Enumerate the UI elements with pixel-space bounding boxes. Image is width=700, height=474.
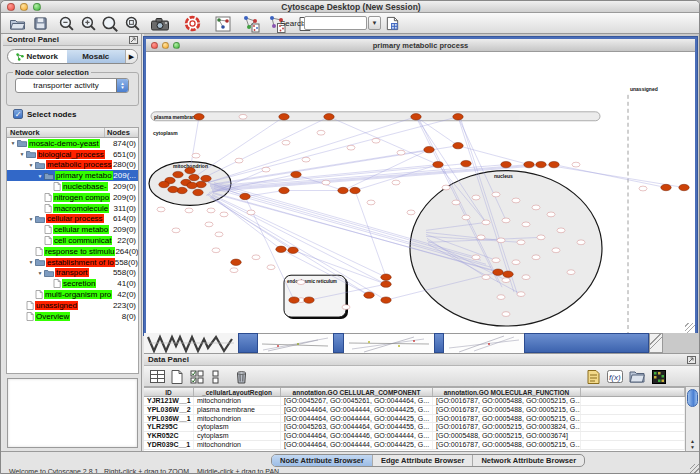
tab-network[interactable]: Network — [8, 50, 67, 63]
attribute-table[interactable]: ID_cellularLayoutRegionannotation.GO CEL… — [144, 387, 685, 451]
tree-row[interactable]: unassigned223(0) — [7, 300, 138, 311]
tree-col-network[interactable]: Network — [7, 128, 105, 137]
open-icon[interactable] — [7, 14, 27, 33]
network-desktop: primary metabolic process plasma membran… — [144, 34, 699, 451]
tree-row[interactable]: response to stimulu264(0) — [7, 246, 138, 257]
background-window-edge[interactable] — [238, 333, 258, 353]
import-annotation-icon[interactable] — [382, 14, 402, 33]
table-icon[interactable] — [148, 368, 166, 385]
table-column-header[interactable] — [581, 388, 685, 396]
background-window[interactable] — [444, 333, 524, 353]
background-window[interactable] — [344, 333, 434, 353]
tree-row[interactable]: cellular metabo209(0) — [7, 224, 138, 235]
tree-row[interactable]: multi-organism pro42(0) — [7, 289, 138, 300]
attribute-browser-tab[interactable]: Node Attribute Browser — [272, 455, 373, 466]
background-window-grip[interactable] — [649, 333, 663, 353]
tree-row-label: establishment of lo — [46, 258, 115, 267]
tree-row[interactable]: ▼mosaic-demo-yeast874(0) — [7, 138, 138, 149]
expand-arrow-icon[interactable]: ▼ — [36, 270, 44, 276]
attribute-browser-tab[interactable]: Network Attribute Browser — [473, 455, 584, 466]
tree-col-nodes[interactable]: Nodes — [105, 128, 138, 137]
network-overview-icon[interactable] — [213, 14, 233, 33]
birdseye-view[interactable] — [7, 378, 138, 448]
tree-row[interactable]: nitrogen compo209(0) — [7, 192, 138, 203]
import-attributes-icon[interactable] — [628, 368, 646, 385]
search-options-dropdown[interactable]: ▼ — [368, 16, 381, 30]
network-view-titlebar[interactable]: primary metabolic process — [146, 39, 695, 52]
scrollbar-arrows-icon[interactable]: ▲▼ — [687, 438, 698, 450]
search-input[interactable] — [304, 16, 367, 30]
delete-attribute-icon[interactable] — [232, 368, 250, 385]
table-row[interactable]: YLR295Ccytoplasm[GO:0045263, GO:0044464,… — [144, 423, 685, 432]
float-panel-icon[interactable] — [129, 36, 138, 46]
tree-row[interactable]: ▼transport558(0) — [7, 268, 138, 279]
table-cell: [GO:0016787, GO:0005215, GO:0003824, G..… — [433, 423, 581, 431]
data-panel: Data Panel f(x) — [144, 353, 699, 450]
zoom-selected-icon[interactable] — [122, 14, 142, 33]
background-window-edge[interactable] — [434, 333, 444, 353]
tree-row-label: primary metabo — [55, 171, 113, 180]
node-color-combobox[interactable]: transporter activity ▲▼ — [15, 78, 129, 93]
tree-row[interactable]: ▼establishment of lo558(0) — [7, 257, 138, 268]
new-attribute-icon[interactable] — [168, 368, 186, 385]
network-graph[interactable]: plasma membranecytoplasmunassignednucleu… — [146, 53, 695, 333]
tree-row[interactable]: ▼biological_process651(0) — [7, 149, 138, 160]
window-resize-grip[interactable] — [690, 464, 700, 474]
svg-text:cytoplasm: cytoplasm — [153, 130, 178, 136]
table-cell: [GO:0016787, GO:0005488, GO:0005215, G..… — [433, 441, 581, 449]
tree-row[interactable]: cell communicat22(0) — [7, 235, 138, 246]
unselect-attributes-icon[interactable] — [208, 368, 226, 385]
background-window[interactable] — [258, 333, 333, 353]
save-icon[interactable] — [30, 14, 50, 33]
tree-row[interactable]: ▼cellular process614(0) — [7, 214, 138, 225]
window-titlebar[interactable]: Cytoscape Desktop (New Session) — [1, 1, 700, 13]
background-window-edge[interactable] — [333, 333, 344, 353]
table-row[interactable]: YJR121W__1mitochondrion[GO:0045267, GO:0… — [144, 397, 685, 406]
function-builder-icon[interactable]: f(x) — [606, 368, 624, 385]
expand-arrow-icon[interactable]: ▼ — [36, 173, 44, 179]
expand-arrow-icon[interactable]: ▼ — [27, 162, 35, 168]
expand-arrow-icon[interactable]: ▼ — [18, 151, 26, 157]
help-icon[interactable] — [182, 14, 202, 33]
table-column-header[interactable]: _cellularLayoutRegion — [194, 388, 281, 396]
expand-arrow-icon[interactable]: ▼ — [27, 259, 35, 265]
select-attributes-icon[interactable] — [188, 368, 206, 385]
attribute-browser-tab[interactable]: Edge Attribute Browser — [373, 455, 473, 466]
table-column-header[interactable]: annotation.GO MOLECULAR_FUNCTION — [433, 388, 581, 396]
snapshot-icon[interactable] — [147, 14, 173, 33]
table-row[interactable]: YKR052Ccytoplasm[GO:0044464, GO:0044446,… — [144, 432, 685, 441]
attribute-matrix-icon[interactable] — [650, 368, 668, 385]
network-view-window[interactable]: primary metabolic process plasma membran… — [144, 37, 697, 335]
table-column-header[interactable]: annotation.GO CELLULAR_COMPONENT — [281, 388, 433, 396]
table-row[interactable]: YDR039C__1mitochondrion[GO:0044464, GO:0… — [144, 441, 685, 450]
tree-row[interactable]: ▼metabolic process280(0) — [7, 160, 138, 171]
apply-layout-icon[interactable] — [241, 14, 261, 33]
tree-row[interactable]: Overview8(0) — [7, 311, 138, 322]
network-canvas[interactable]: plasma membranecytoplasmunassignednucleu… — [146, 53, 695, 333]
annotation-icon[interactable] — [584, 368, 602, 385]
tree-row[interactable]: nucleobase-209(0) — [7, 181, 138, 192]
view-resize-grip[interactable] — [685, 323, 695, 333]
select-nodes-checkbox[interactable]: ✓ — [13, 109, 23, 119]
table-row[interactable]: YPL036W__2plasma membrane[GO:0044464, GO… — [144, 406, 685, 415]
expand-arrow-icon[interactable]: ▼ — [27, 216, 35, 222]
tab-overflow-arrow[interactable]: ▶ — [125, 50, 137, 63]
zoom-in-icon[interactable] — [78, 14, 98, 33]
data-panel-title: Data Panel — [148, 355, 189, 364]
table-row[interactable]: YPL036W__1mitochondrion[GO:0044464, GO:0… — [144, 415, 685, 424]
svg-text:nucleus: nucleus — [494, 173, 513, 179]
page-icon — [35, 247, 43, 256]
tree-row[interactable]: macromolecule311(0) — [7, 203, 138, 214]
tree-row-count: 558(0) — [115, 258, 138, 267]
scrollbar-thumb[interactable] — [687, 389, 698, 407]
tab-mosaic[interactable]: Mosaic — [67, 50, 126, 63]
zoom-out-icon[interactable] — [56, 14, 76, 33]
tree-row[interactable]: secretion41(0) — [7, 278, 138, 289]
background-window-titlebar[interactable] — [524, 333, 649, 353]
zoom-fit-icon[interactable] — [100, 14, 120, 33]
table-scrollbar[interactable]: ▲▼ — [685, 387, 699, 451]
expand-arrow-icon[interactable]: ▼ — [9, 140, 17, 146]
tree-row[interactable]: ▼primary metabo209(... — [7, 170, 138, 181]
float-panel-icon[interactable] — [687, 356, 696, 366]
table-column-header[interactable]: ID — [144, 388, 194, 396]
